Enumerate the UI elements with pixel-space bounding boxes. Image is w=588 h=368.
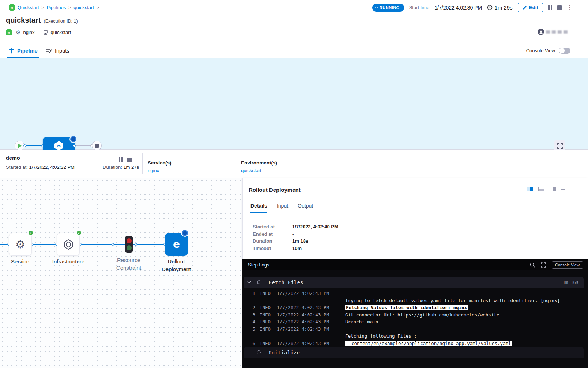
environment-icon — [43, 30, 48, 35]
app-header: ∞ Quickstart > Pipelines > quickstart > … — [0, 0, 588, 43]
breadcrumb-link-pipelines[interactable]: Pipelines — [47, 5, 66, 10]
redacted-username — [546, 30, 568, 34]
success-check-icon: ✓ — [28, 230, 34, 236]
stage-end-node[interactable] — [92, 141, 102, 151]
step-node-service[interactable]: ⚙ — [9, 233, 32, 256]
step-node-infrastructure[interactable] — [57, 233, 80, 256]
detail-row-duration: Duration1m 18s — [253, 238, 338, 245]
status-badge: RUNNING — [372, 4, 404, 12]
tab-pipeline[interactable]: Pipeline — [9, 43, 38, 58]
detail-row-timeout: Timeout10m — [253, 245, 338, 252]
cd-module-icon: ∞ — [9, 4, 15, 11]
start-time-value: 1/7/2022 4:02:30 PM — [434, 5, 482, 11]
execution-id: (Execution ID: 1) — [44, 19, 78, 24]
service-tag[interactable]: ⚙ nginx — [16, 30, 35, 35]
running-spinner-icon — [70, 136, 76, 142]
edge — [133, 244, 165, 245]
start-time-label: Start time — [409, 5, 430, 10]
layout-right-filled-icon[interactable] — [550, 187, 556, 191]
stop-stage-button[interactable] — [127, 158, 132, 162]
infrastructure-hexagon-icon — [63, 239, 74, 250]
divider — [243, 215, 588, 215]
breadcrumb-link-pipeline-name[interactable]: quickstart — [74, 5, 94, 10]
stage-graph-canvas[interactable]: ∞ demo + − — [0, 58, 588, 150]
pipeline-icon — [9, 48, 14, 54]
step-details-table: Started at1/7/2022, 4:02:40 PM Ended at-… — [253, 223, 338, 252]
triggered-by — [538, 29, 568, 35]
expand-logs-icon[interactable] — [541, 262, 546, 268]
services-label: Service(s) — [148, 160, 172, 166]
log-section-title: Initialize — [268, 350, 300, 356]
fullscreen-icon — [557, 143, 563, 149]
log-line-continuation: Trying to fetch default values yaml file… — [242, 297, 588, 304]
tab-details[interactable]: Details — [250, 203, 267, 213]
breadcrumb-separator: > — [97, 5, 99, 10]
log-section-duration: 1m 16s — [563, 280, 578, 285]
running-indicator-dots — [375, 7, 378, 8]
log-line: 3INFO1/7/2022 4:02:43 PMGit connector Ur… — [242, 311, 588, 319]
breadcrumb-separator: > — [42, 5, 44, 10]
step-label-infrastructure: Infrastructure — [46, 258, 90, 265]
detail-row-started-at: Started at1/7/2022, 4:02:40 PM — [253, 223, 338, 231]
edge-start-to-demo — [24, 145, 44, 146]
console-view-toggle[interactable] — [559, 48, 570, 54]
cd-module-icon: ∞ — [6, 29, 12, 35]
step-detail-title: Rollout Deployment — [249, 187, 301, 193]
edit-button[interactable]: Edit — [518, 3, 543, 12]
environment-link[interactable]: quickstart — [241, 168, 277, 173]
page-title: quickstart — [6, 16, 41, 24]
console-view-button[interactable]: Console View — [552, 261, 583, 269]
git-connector-url-link[interactable]: https://github.com/kubernetes/website — [397, 312, 499, 318]
step-detail-panel: Rollout Deployment Details Input Output … — [242, 178, 588, 259]
breadcrumb-separator: > — [68, 5, 71, 10]
started-at-value: 1/7/2022, 4:02:32 PM — [29, 164, 75, 170]
breadcrumb-link-quickstart[interactable]: Quickstart — [18, 5, 39, 10]
loading-spinner-icon — [257, 280, 261, 284]
clock-icon — [487, 5, 493, 10]
breadcrumb: ∞ Quickstart > Pipelines > quickstart > — [9, 4, 99, 11]
more-options-icon[interactable]: ⋮ — [567, 5, 573, 11]
connector-port — [23, 144, 26, 147]
rollout-deployment-icon: e — [173, 238, 180, 250]
pause-pipeline-button[interactable] — [548, 5, 552, 10]
pending-circle-icon — [257, 350, 261, 354]
edge — [80, 244, 125, 245]
execution-graph-canvas[interactable]: ⚙ ✓ ✓ e Service Infrastructure Resource … — [0, 178, 242, 368]
pencil-icon — [523, 5, 527, 10]
step-node-resource-constraint[interactable] — [125, 236, 133, 253]
layout-split-right-icon[interactable] — [527, 187, 533, 191]
tab-input[interactable]: Input — [277, 203, 288, 213]
log-line: 4INFO1/7/2022 4:02:43 PMBranch: main — [242, 318, 588, 326]
step-logs-panel: Step Logs Console View Fetch Files 1m 16… — [242, 259, 588, 368]
edge — [32, 244, 57, 245]
tab-output[interactable]: Output — [298, 203, 313, 213]
log-section-fetch-files[interactable]: Fetch Files 1m 16s — [244, 277, 584, 288]
stage-start-node[interactable] — [15, 141, 24, 151]
stop-icon — [95, 144, 99, 148]
layout-bottom-icon[interactable] — [538, 187, 544, 191]
tab-inputs[interactable]: Inputs — [46, 43, 69, 58]
step-logs-header: Step Logs Console View — [242, 259, 588, 270]
log-line-continuation: Fetching following Files : — [242, 333, 588, 340]
running-spinner-icon — [182, 230, 188, 236]
environments-label: Environment(s) — [241, 160, 277, 166]
gear-icon: ⚙ — [15, 239, 25, 250]
minimize-panel-icon[interactable] — [561, 189, 565, 190]
log-line: 6INFO1/7/2022 4:02:43 PM- content/en/exa… — [242, 340, 588, 347]
play-icon — [18, 144, 22, 148]
step-logs-title: Step Logs — [248, 262, 270, 268]
search-icon[interactable] — [530, 262, 535, 268]
environment-tag[interactable]: quickstart — [43, 30, 71, 35]
console-view-label: Console View — [526, 48, 555, 53]
detail-row-ended-at: Ended at- — [253, 231, 338, 238]
service-link[interactable]: nginx — [148, 168, 172, 173]
pause-stage-button[interactable] — [119, 157, 123, 162]
elapsed-time: 1m 29s — [487, 4, 512, 11]
step-node-rollout-deployment[interactable]: e — [165, 233, 188, 256]
connector-port — [73, 144, 76, 147]
log-line: 1INFO1/7/2022 4:02:43 PM — [242, 290, 588, 297]
log-section-initialize[interactable]: Initialize — [244, 347, 584, 358]
cd-stage-icon: ∞ — [53, 141, 64, 151]
stage-info-bar: demo Started at: 1/7/2022, 4:02:32 PM Du… — [0, 150, 588, 178]
stop-pipeline-button[interactable] — [557, 5, 562, 10]
